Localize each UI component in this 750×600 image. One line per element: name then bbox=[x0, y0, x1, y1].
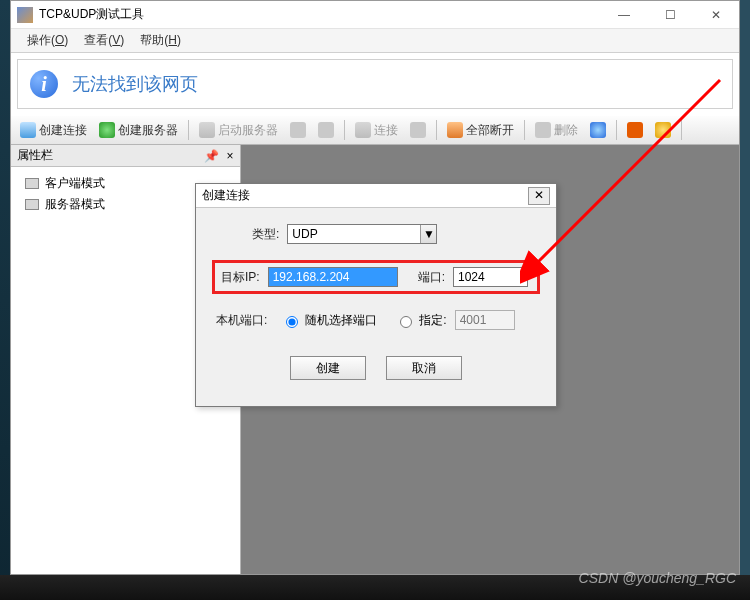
radio-specify-label: 指定: bbox=[419, 312, 446, 329]
separator bbox=[681, 120, 682, 140]
stop-server-icon bbox=[290, 122, 306, 138]
info-icon: i bbox=[30, 70, 58, 98]
specify-port-input bbox=[455, 310, 515, 330]
chevron-down-icon[interactable]: ▼ bbox=[420, 225, 436, 243]
separator bbox=[344, 120, 345, 140]
properties-header: 属性栏 📌 × bbox=[11, 145, 240, 167]
watermark: CSDN @youcheng_RGC bbox=[579, 570, 736, 586]
connect-icon bbox=[355, 122, 371, 138]
stop-icon bbox=[627, 122, 643, 138]
disconnect-all-icon bbox=[447, 122, 463, 138]
radio-specify[interactable]: 指定: bbox=[395, 312, 446, 329]
create-connection-dialog: 创建连接 ✕ 类型: ▼ 目标IP: 端口: 本机端口: 随机选择端口 指定: bbox=[195, 183, 557, 407]
port-label: 端口: bbox=[418, 269, 445, 286]
info-banner: i 无法找到该网页 bbox=[17, 59, 733, 109]
tb-create-connection[interactable]: 创建连接 bbox=[15, 120, 92, 141]
options-icon bbox=[590, 122, 606, 138]
radio-specify-input[interactable] bbox=[400, 316, 412, 328]
titlebar: TCP&UDP测试工具 — ☐ ✕ bbox=[11, 1, 739, 29]
tree-item-label: 服务器模式 bbox=[45, 196, 105, 213]
properties-title: 属性栏 bbox=[17, 147, 53, 164]
app-icon bbox=[17, 7, 33, 23]
menu-operate[interactable]: 操作(O) bbox=[21, 30, 74, 51]
target-row-highlight: 目标IP: 端口: bbox=[212, 260, 540, 294]
tb-help[interactable] bbox=[650, 120, 676, 140]
server-icon bbox=[99, 122, 115, 138]
local-port-label: 本机端口: bbox=[216, 312, 267, 329]
target-ip-input[interactable] bbox=[268, 267, 398, 287]
delete-server-icon bbox=[318, 122, 334, 138]
radio-random[interactable]: 随机选择端口 bbox=[281, 312, 377, 329]
delete-icon bbox=[535, 122, 551, 138]
window-title: TCP&UDP测试工具 bbox=[39, 6, 601, 23]
tb-stop[interactable] bbox=[622, 120, 648, 140]
minimize-button[interactable]: — bbox=[601, 1, 647, 29]
type-label: 类型: bbox=[252, 226, 279, 243]
create-button[interactable]: 创建 bbox=[290, 356, 366, 380]
cancel-button[interactable]: 取消 bbox=[386, 356, 462, 380]
tb-disconnect[interactable] bbox=[405, 120, 431, 140]
tb-stop-server[interactable] bbox=[285, 120, 311, 140]
tb-delete[interactable]: 删除 bbox=[530, 120, 583, 141]
menubar: 操作(O) 查看(V) 帮助(H) bbox=[11, 29, 739, 53]
panel-close-button[interactable]: × bbox=[220, 149, 240, 163]
radio-random-label: 随机选择端口 bbox=[305, 312, 377, 329]
separator bbox=[436, 120, 437, 140]
desktop-bg-left bbox=[0, 0, 10, 600]
tree-item-label: 客户端模式 bbox=[45, 175, 105, 192]
tb-connect[interactable]: 连接 bbox=[350, 120, 403, 141]
connection-icon bbox=[20, 122, 36, 138]
node-icon bbox=[25, 199, 39, 210]
node-icon bbox=[25, 178, 39, 189]
dialog-title: 创建连接 bbox=[202, 187, 528, 204]
tb-create-server[interactable]: 创建服务器 bbox=[94, 120, 183, 141]
radio-random-input[interactable] bbox=[286, 316, 298, 328]
port-input[interactable] bbox=[453, 267, 528, 287]
info-text: 无法找到该网页 bbox=[72, 72, 198, 96]
tb-options[interactable] bbox=[585, 120, 611, 140]
separator bbox=[616, 120, 617, 140]
separator bbox=[188, 120, 189, 140]
close-button[interactable]: ✕ bbox=[693, 1, 739, 29]
help-icon bbox=[655, 122, 671, 138]
menu-help[interactable]: 帮助(H) bbox=[134, 30, 187, 51]
tb-delete-server[interactable] bbox=[313, 120, 339, 140]
dialog-close-button[interactable]: ✕ bbox=[528, 187, 550, 205]
separator bbox=[524, 120, 525, 140]
tb-disconnect-all[interactable]: 全部断开 bbox=[442, 120, 519, 141]
type-select[interactable]: ▼ bbox=[287, 224, 437, 244]
disconnect-icon bbox=[410, 122, 426, 138]
target-ip-label: 目标IP: bbox=[221, 269, 260, 286]
maximize-button[interactable]: ☐ bbox=[647, 1, 693, 29]
type-value[interactable] bbox=[287, 224, 437, 244]
tb-start-server[interactable]: 启动服务器 bbox=[194, 120, 283, 141]
pin-icon[interactable]: 📌 bbox=[202, 149, 220, 163]
start-icon bbox=[199, 122, 215, 138]
toolbar: 创建连接 创建服务器 启动服务器 连接 全部断开 删除 bbox=[11, 115, 739, 145]
dialog-titlebar: 创建连接 ✕ bbox=[196, 184, 556, 208]
menu-view[interactable]: 查看(V) bbox=[78, 30, 130, 51]
